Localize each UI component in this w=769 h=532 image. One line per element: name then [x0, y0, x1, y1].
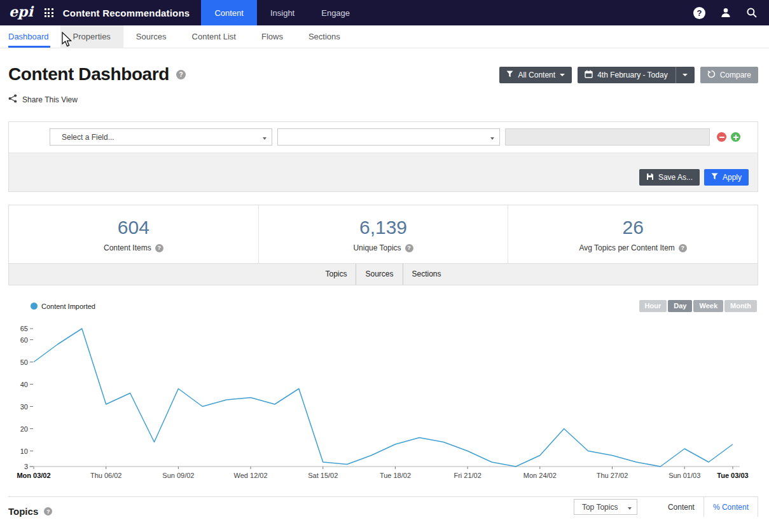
operator-select[interactable]	[277, 128, 500, 146]
range-button-day[interactable]: Day	[668, 300, 692, 312]
section-nav: Dashboard Properties Sources Content Lis…	[0, 25, 769, 48]
chevron-down-icon	[263, 133, 267, 142]
tab-insight[interactable]: Insight	[257, 0, 308, 25]
user-icon[interactable]	[720, 7, 731, 18]
history-icon	[707, 70, 716, 80]
svg-text:Mon 24/02: Mon 24/02	[523, 472, 557, 479]
stat-label: Unique Topics	[353, 243, 401, 252]
stat-avg-topics: 26 Avg Topics per Content Item ?	[508, 205, 758, 263]
help-icon[interactable]: ?	[693, 7, 705, 19]
svg-text:Sun 09/02: Sun 09/02	[162, 472, 194, 479]
stats-tab-sources[interactable]: Sources	[356, 264, 402, 285]
topics-section-header: Topics ? Top Topics Content % Content	[8, 496, 758, 517]
app-switcher-icon[interactable]	[45, 8, 53, 17]
range-button-week[interactable]: Week	[693, 300, 723, 312]
filter-panel: Select a Field... Save As...	[8, 121, 758, 192]
stat-unique-topics: 6,139 Unique Topics ?	[259, 205, 509, 263]
apply-button[interactable]: Apply	[704, 169, 749, 186]
save-icon	[646, 173, 654, 182]
page-title-help-icon[interactable]: ?	[176, 70, 186, 79]
all-content-filter-button[interactable]: All Content	[499, 67, 572, 83]
top-topics-select[interactable]: Top Topics	[574, 499, 637, 515]
chevron-down-icon	[560, 74, 565, 76]
stat-help-icon[interactable]: ?	[155, 244, 163, 252]
stat-value: 604	[9, 217, 258, 238]
svg-text:Thu 06/02: Thu 06/02	[90, 472, 122, 479]
filter-value-input[interactable]	[505, 128, 710, 146]
svg-text:30: 30	[20, 403, 28, 411]
stats-tab-topics[interactable]: Topics	[316, 264, 356, 285]
product-tabs: Content Insight Engage	[201, 0, 363, 25]
stat-help-icon[interactable]: ?	[679, 244, 687, 252]
app-title: Content Recommendations	[63, 8, 190, 18]
svg-text:60: 60	[20, 336, 28, 344]
chevron-down-icon	[628, 503, 632, 512]
add-filter-icon[interactable]	[731, 132, 740, 142]
stat-label: Content Items	[104, 243, 151, 252]
svg-text:Wed 12/02: Wed 12/02	[234, 472, 268, 479]
chevron-down-icon	[490, 133, 494, 142]
column-header-pct-content[interactable]: % Content	[703, 497, 758, 517]
svg-text:Sat 15/02: Sat 15/02	[308, 472, 338, 479]
summary-stats-card: 604 Content Items ? 6,139 Unique Topics …	[8, 205, 758, 285]
subnav-item-sections[interactable]: Sections	[296, 25, 353, 48]
svg-text:50: 50	[20, 358, 28, 366]
svg-text:Tue 03/03: Tue 03/03	[717, 472, 748, 479]
save-as-button[interactable]: Save As...	[639, 169, 700, 186]
top-navbar: epi Content Recommendations Content Insi…	[0, 0, 769, 25]
subnav-item-sources[interactable]: Sources	[123, 25, 179, 48]
svg-text:Mon 03/02: Mon 03/02	[17, 472, 50, 479]
tab-engage[interactable]: Engage	[308, 0, 363, 25]
topbar-actions: ?	[693, 0, 769, 25]
date-range-button[interactable]: 4th February - Today	[578, 67, 695, 83]
funnel-icon	[711, 173, 718, 182]
subnav-item-content-list[interactable]: Content List	[179, 25, 249, 48]
share-this-view-link[interactable]: Share This View	[8, 94, 78, 105]
compare-button[interactable]: Compare	[700, 67, 758, 83]
range-button-hour[interactable]: Hour	[639, 300, 667, 312]
svg-text:Fri 21/02: Fri 21/02	[454, 472, 481, 479]
svg-text:20: 20	[20, 425, 28, 433]
date-range-dropdown-toggle[interactable]	[675, 67, 688, 83]
calendar-icon	[585, 70, 593, 80]
legend-dot-icon	[31, 303, 38, 310]
share-icon	[8, 94, 17, 105]
topics-title: Topics	[8, 506, 38, 517]
topics-help-icon[interactable]: ?	[44, 507, 52, 515]
column-header-content[interactable]: Content	[659, 497, 703, 517]
svg-text:Thu 27/02: Thu 27/02	[597, 472, 628, 479]
stat-value: 26	[508, 217, 758, 238]
chevron-down-icon	[682, 74, 688, 76]
legend-label: Content Imported	[41, 303, 95, 310]
svg-text:10: 10	[20, 447, 28, 455]
chart-legend: Content Imported	[31, 303, 95, 310]
subnav-item-flows[interactable]: Flows	[249, 25, 296, 48]
svg-text:40: 40	[20, 381, 28, 388]
subnav-item-properties[interactable]: Properties	[60, 25, 123, 48]
chart-range-buttons: Hour Day Week Month	[639, 300, 757, 312]
stat-content-items: 604 Content Items ?	[9, 205, 259, 263]
page-title: Content Dashboard	[8, 64, 169, 85]
svg-text:65: 65	[20, 325, 28, 332]
svg-text:Sun 01/03: Sun 01/03	[669, 472, 700, 479]
stats-tab-sections[interactable]: Sections	[403, 264, 450, 285]
svg-text:3: 3	[24, 463, 28, 470]
tab-content[interactable]: Content	[201, 0, 257, 25]
svg-text:Tue 18/02: Tue 18/02	[380, 472, 411, 479]
stat-value: 6,139	[259, 217, 508, 238]
stat-help-icon[interactable]: ?	[405, 244, 413, 252]
subnav-item-dashboard[interactable]: Dashboard	[8, 25, 50, 48]
field-select[interactable]: Select a Field...	[50, 128, 272, 146]
remove-filter-icon[interactable]	[717, 132, 726, 142]
stats-tab-strip: Topics Sources Sections	[9, 263, 758, 285]
episerver-logo[interactable]: epi	[0, 0, 41, 25]
funnel-icon	[506, 71, 513, 79]
stat-label: Avg Topics per Content Item	[579, 243, 675, 252]
range-button-month[interactable]: Month	[724, 300, 757, 312]
search-icon[interactable]	[746, 7, 758, 18]
content-imported-line-chart: 310203040506065Mon 03/02Thu 06/02Sun 09/…	[8, 317, 758, 481]
